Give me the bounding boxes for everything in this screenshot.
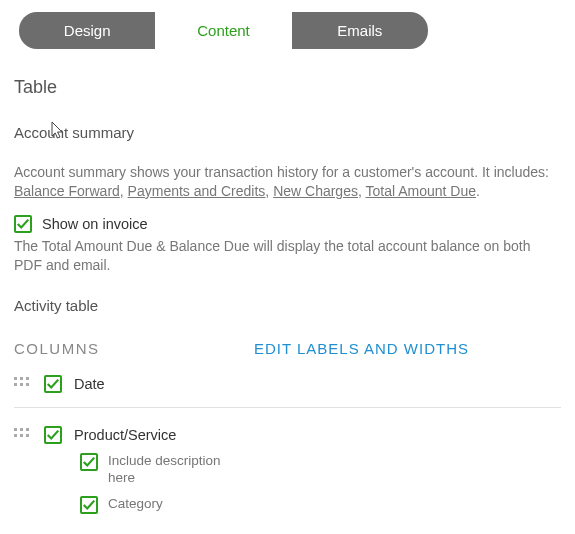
check-icon: [46, 377, 60, 391]
date-checkbox[interactable]: [44, 375, 62, 393]
desc-text: Account summary shows your transaction h…: [14, 164, 549, 180]
show-on-invoice-checkbox[interactable]: [14, 215, 32, 233]
column-item-date: Date: [14, 375, 561, 393]
product-service-label: Product/Service: [74, 427, 176, 443]
section-title-table: Table: [14, 77, 561, 98]
date-label: Date: [74, 376, 105, 392]
account-summary-description: Account summary shows your transaction h…: [14, 163, 561, 201]
columns-heading: COLUMNS: [14, 340, 100, 357]
show-on-invoice-row: Show on invoice: [14, 215, 561, 233]
edit-labels-widths-link[interactable]: EDIT LABELS AND WIDTHS: [254, 340, 469, 357]
account-summary-heading: Account summary: [14, 124, 561, 141]
link-payments-credits[interactable]: Payments and Credits: [128, 183, 266, 199]
check-icon: [46, 428, 60, 442]
sub-category-row: Category: [80, 495, 561, 514]
include-description-label: Include description here: [108, 452, 248, 487]
sub-include-description-row: Include description here: [80, 452, 561, 487]
category-label: Category: [108, 495, 163, 513]
activity-table-heading: Activity table: [14, 297, 561, 314]
drag-handle-icon[interactable]: [14, 377, 32, 391]
link-total-amount-due[interactable]: Total Amount Due: [365, 183, 476, 199]
tabs-nav: Design Content Emails: [19, 12, 428, 49]
product-service-checkbox[interactable]: [44, 426, 62, 444]
include-description-checkbox[interactable]: [80, 453, 98, 471]
check-icon: [16, 217, 30, 231]
category-checkbox[interactable]: [80, 496, 98, 514]
columns-header-row: COLUMNS EDIT LABELS AND WIDTHS: [14, 340, 561, 357]
drag-handle-icon[interactable]: [14, 428, 32, 442]
tab-emails[interactable]: Emails: [292, 12, 428, 49]
tab-content[interactable]: Content: [155, 12, 291, 49]
account-summary-heading-text: Account summary: [14, 124, 134, 141]
divider: [14, 407, 561, 408]
show-on-invoice-help: The Total Amount Due & Balance Due will …: [14, 237, 561, 275]
link-new-charges[interactable]: New Charges: [273, 183, 358, 199]
link-balance-forward[interactable]: Balance Forward: [14, 183, 120, 199]
column-item-product-service: Product/Service: [14, 426, 561, 444]
check-icon: [82, 498, 96, 512]
tab-design[interactable]: Design: [19, 12, 155, 49]
show-on-invoice-label: Show on invoice: [42, 216, 148, 232]
check-icon: [82, 455, 96, 469]
